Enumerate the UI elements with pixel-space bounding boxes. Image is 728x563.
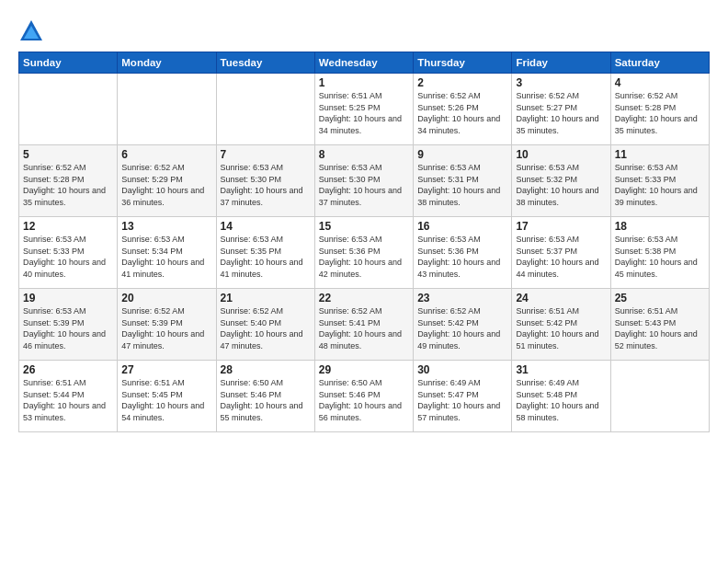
calendar-cell: 6Sunrise: 6:52 AM Sunset: 5:29 PM Daylig… xyxy=(118,145,216,217)
day-number: 20 xyxy=(121,292,211,304)
week-row-5: 26Sunrise: 6:51 AM Sunset: 5:44 PM Dayli… xyxy=(19,361,710,432)
week-row-2: 5Sunrise: 6:52 AM Sunset: 5:28 PM Daylig… xyxy=(19,145,710,217)
logo xyxy=(18,18,48,44)
calendar-cell: 9Sunrise: 6:53 AM Sunset: 5:31 PM Daylig… xyxy=(414,145,512,217)
day-number: 17 xyxy=(516,220,606,233)
calendar-cell: 24Sunrise: 6:51 AM Sunset: 5:42 PM Dayli… xyxy=(512,289,610,361)
day-info: Sunrise: 6:53 AM Sunset: 5:37 PM Dayligh… xyxy=(516,234,606,280)
day-number: 29 xyxy=(319,363,409,376)
day-info: Sunrise: 6:52 AM Sunset: 5:40 PM Dayligh… xyxy=(221,305,311,351)
calendar-cell: 14Sunrise: 6:53 AM Sunset: 5:35 PM Dayli… xyxy=(216,217,314,289)
day-info: Sunrise: 6:52 AM Sunset: 5:27 PM Dayligh… xyxy=(516,90,606,136)
calendar-cell: 2Sunrise: 6:52 AM Sunset: 5:26 PM Daylig… xyxy=(414,74,512,145)
calendar-cell: 7Sunrise: 6:53 AM Sunset: 5:30 PM Daylig… xyxy=(216,145,314,217)
calendar-cell: 5Sunrise: 6:52 AM Sunset: 5:28 PM Daylig… xyxy=(19,145,118,217)
day-info: Sunrise: 6:51 AM Sunset: 5:44 PM Dayligh… xyxy=(23,377,113,423)
day-number: 22 xyxy=(319,292,409,304)
day-info: Sunrise: 6:53 AM Sunset: 5:32 PM Dayligh… xyxy=(516,162,606,208)
day-number: 27 xyxy=(121,363,211,376)
day-number: 4 xyxy=(615,76,705,89)
header xyxy=(18,15,710,44)
day-info: Sunrise: 6:49 AM Sunset: 5:48 PM Dayligh… xyxy=(516,377,606,423)
calendar-container: SundayMondayTuesdayWednesdayThursdayFrid… xyxy=(0,0,728,442)
day-info: Sunrise: 6:51 AM Sunset: 5:25 PM Dayligh… xyxy=(319,90,409,136)
day-info: Sunrise: 6:52 AM Sunset: 5:39 PM Dayligh… xyxy=(121,305,211,351)
day-number: 23 xyxy=(417,292,507,304)
calendar-cell: 8Sunrise: 6:53 AM Sunset: 5:30 PM Daylig… xyxy=(314,145,413,217)
day-number: 8 xyxy=(319,148,409,161)
day-info: Sunrise: 6:52 AM Sunset: 5:42 PM Dayligh… xyxy=(417,305,507,351)
day-info: Sunrise: 6:52 AM Sunset: 5:28 PM Dayligh… xyxy=(615,90,705,136)
day-number: 30 xyxy=(417,363,507,376)
calendar-cell: 17Sunrise: 6:53 AM Sunset: 5:37 PM Dayli… xyxy=(512,217,610,289)
day-info: Sunrise: 6:53 AM Sunset: 5:33 PM Dayligh… xyxy=(615,162,705,208)
day-info: Sunrise: 6:53 AM Sunset: 5:33 PM Dayligh… xyxy=(23,234,113,280)
day-info: Sunrise: 6:51 AM Sunset: 5:45 PM Dayligh… xyxy=(121,377,211,423)
day-number: 9 xyxy=(417,148,507,161)
day-info: Sunrise: 6:53 AM Sunset: 5:35 PM Dayligh… xyxy=(221,234,311,280)
calendar-cell: 28Sunrise: 6:50 AM Sunset: 5:46 PM Dayli… xyxy=(216,361,314,432)
calendar-cell: 3Sunrise: 6:52 AM Sunset: 5:27 PM Daylig… xyxy=(512,74,610,145)
day-info: Sunrise: 6:53 AM Sunset: 5:30 PM Dayligh… xyxy=(319,162,409,208)
day-number: 25 xyxy=(615,292,705,304)
calendar-cell: 19Sunrise: 6:53 AM Sunset: 5:39 PM Dayli… xyxy=(19,289,118,361)
calendar-cell: 31Sunrise: 6:49 AM Sunset: 5:48 PM Dayli… xyxy=(512,361,610,432)
calendar-cell: 27Sunrise: 6:51 AM Sunset: 5:45 PM Dayli… xyxy=(118,361,216,432)
day-info: Sunrise: 6:51 AM Sunset: 5:43 PM Dayligh… xyxy=(615,305,705,351)
day-info: Sunrise: 6:53 AM Sunset: 5:34 PM Dayligh… xyxy=(121,234,211,280)
calendar-cell: 25Sunrise: 6:51 AM Sunset: 5:43 PM Dayli… xyxy=(610,289,709,361)
calendar-cell: 16Sunrise: 6:53 AM Sunset: 5:36 PM Dayli… xyxy=(414,217,512,289)
calendar-cell: 30Sunrise: 6:49 AM Sunset: 5:47 PM Dayli… xyxy=(414,361,512,432)
week-row-1: 1Sunrise: 6:51 AM Sunset: 5:25 PM Daylig… xyxy=(19,74,710,145)
calendar-cell: 18Sunrise: 6:53 AM Sunset: 5:38 PM Dayli… xyxy=(610,217,709,289)
day-number: 18 xyxy=(615,220,705,233)
day-number: 24 xyxy=(516,292,606,304)
day-info: Sunrise: 6:50 AM Sunset: 5:46 PM Dayligh… xyxy=(319,377,409,423)
day-info: Sunrise: 6:53 AM Sunset: 5:31 PM Dayligh… xyxy=(417,162,507,208)
day-header-saturday: Saturday xyxy=(610,52,709,74)
calendar-cell: 21Sunrise: 6:52 AM Sunset: 5:40 PM Dayli… xyxy=(216,289,314,361)
day-number: 19 xyxy=(23,292,113,304)
calendar-cell: 20Sunrise: 6:52 AM Sunset: 5:39 PM Dayli… xyxy=(118,289,216,361)
day-header-monday: Monday xyxy=(118,52,216,74)
week-row-3: 12Sunrise: 6:53 AM Sunset: 5:33 PM Dayli… xyxy=(19,217,710,289)
calendar-cell xyxy=(118,74,216,145)
day-number: 5 xyxy=(23,148,113,161)
day-info: Sunrise: 6:53 AM Sunset: 5:36 PM Dayligh… xyxy=(417,234,507,280)
day-number: 11 xyxy=(615,148,705,161)
day-number: 6 xyxy=(121,148,211,161)
day-info: Sunrise: 6:52 AM Sunset: 5:28 PM Dayligh… xyxy=(23,162,113,208)
week-row-4: 19Sunrise: 6:53 AM Sunset: 5:39 PM Dayli… xyxy=(19,289,710,361)
calendar-cell: 4Sunrise: 6:52 AM Sunset: 5:28 PM Daylig… xyxy=(610,74,709,145)
calendar-cell: 11Sunrise: 6:53 AM Sunset: 5:33 PM Dayli… xyxy=(610,145,709,217)
calendar-cell xyxy=(610,361,709,432)
day-number: 3 xyxy=(516,76,606,89)
day-number: 28 xyxy=(221,363,311,376)
calendar-cell: 22Sunrise: 6:52 AM Sunset: 5:41 PM Dayli… xyxy=(314,289,413,361)
day-header-tuesday: Tuesday xyxy=(216,52,314,74)
day-info: Sunrise: 6:53 AM Sunset: 5:39 PM Dayligh… xyxy=(23,305,113,351)
calendar-table: SundayMondayTuesdayWednesdayThursdayFrid… xyxy=(18,52,710,432)
calendar-cell xyxy=(216,74,314,145)
day-header-thursday: Thursday xyxy=(414,52,512,74)
day-number: 10 xyxy=(516,148,606,161)
day-header-friday: Friday xyxy=(512,52,610,74)
day-header-wednesday: Wednesday xyxy=(314,52,413,74)
day-info: Sunrise: 6:53 AM Sunset: 5:36 PM Dayligh… xyxy=(319,234,409,280)
calendar-cell: 26Sunrise: 6:51 AM Sunset: 5:44 PM Dayli… xyxy=(19,361,118,432)
day-header-sunday: Sunday xyxy=(19,52,118,74)
day-info: Sunrise: 6:52 AM Sunset: 5:29 PM Dayligh… xyxy=(121,162,211,208)
day-info: Sunrise: 6:49 AM Sunset: 5:47 PM Dayligh… xyxy=(417,377,507,423)
day-number: 2 xyxy=(417,76,507,89)
day-number: 31 xyxy=(516,363,606,376)
day-number: 16 xyxy=(417,220,507,233)
day-number: 26 xyxy=(23,363,113,376)
day-number: 12 xyxy=(23,220,113,233)
calendar-cell: 10Sunrise: 6:53 AM Sunset: 5:32 PM Dayli… xyxy=(512,145,610,217)
logo-icon xyxy=(18,18,44,44)
calendar-cell: 23Sunrise: 6:52 AM Sunset: 5:42 PM Dayli… xyxy=(414,289,512,361)
day-info: Sunrise: 6:52 AM Sunset: 5:41 PM Dayligh… xyxy=(319,305,409,351)
calendar-cell: 29Sunrise: 6:50 AM Sunset: 5:46 PM Dayli… xyxy=(314,361,413,432)
calendar-cell: 13Sunrise: 6:53 AM Sunset: 5:34 PM Dayli… xyxy=(118,217,216,289)
calendar-cell xyxy=(19,74,118,145)
